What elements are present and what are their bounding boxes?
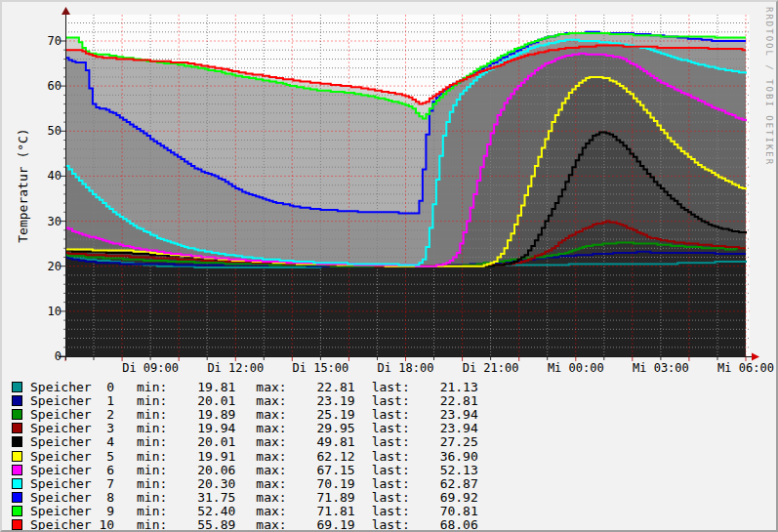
legend-min-value: 31.75 <box>167 490 235 505</box>
legend-series-name: Speicher 7 <box>30 476 116 491</box>
legend-last-value: 21.13 <box>410 380 478 394</box>
legend-max-label: max: <box>256 407 286 422</box>
legend-last-value: 23.94 <box>410 407 478 422</box>
x-tick-label: Mi 03:00 <box>633 361 689 375</box>
legend-last-label: last: <box>372 393 410 408</box>
legend-min-label: min: <box>137 380 167 394</box>
y-tick-label: 70 <box>48 34 61 48</box>
legend-swatch <box>12 423 22 433</box>
rrdtool-graph-window: Di 09:00Di 12:00Di 15:00Di 18:00Di 21:00… <box>0 0 778 532</box>
legend-min-label: min: <box>137 490 167 505</box>
x-tick-label: Di 21:00 <box>463 361 519 375</box>
legend-min-value: 20.06 <box>167 463 235 477</box>
x-tick-label: Di 15:00 <box>293 361 349 375</box>
legend-last-label: last: <box>372 476 410 491</box>
legend-min-label: min: <box>137 393 167 408</box>
x-tick-label: Di 12:00 <box>207 361 264 375</box>
legend-row: Speicher 0min:19.81max:22.81last:21.13 <box>12 380 478 393</box>
legend-swatch <box>12 395 22 406</box>
legend-row: Speicher 2min:19.89max:25.19last:23.94 <box>12 407 478 421</box>
legend-last-value: 27.25 <box>410 434 478 449</box>
legend-series-name: Speicher 6 <box>30 463 116 477</box>
legend-row: Speicher 9min:52.40max:71.81last:70.81 <box>12 505 478 518</box>
legend-swatch <box>12 478 22 489</box>
legend-swatch <box>12 382 22 392</box>
legend-last-label: last: <box>372 380 410 394</box>
legend-min-label: min: <box>137 421 167 435</box>
legend-max-value: 71.81 <box>287 504 355 518</box>
legend-series-name: Speicher 4 <box>30 434 116 449</box>
legend-last-value: 70.81 <box>410 504 478 518</box>
legend-last-value: 69.92 <box>410 490 478 505</box>
legend-min-label: min: <box>137 504 167 518</box>
legend-min-value: 19.89 <box>167 407 235 422</box>
legend-series-name: Speicher 8 <box>30 490 116 505</box>
x-tick-label: Mi 00:00 <box>548 361 604 375</box>
legend-max-label: max: <box>256 476 286 491</box>
legend-swatch <box>12 492 22 503</box>
legend-min-value: 52.40 <box>167 504 235 518</box>
y-tick-label: 20 <box>48 260 61 273</box>
legend-series-name: Speicher 2 <box>30 407 116 422</box>
legend-last-label: last: <box>372 421 410 435</box>
legend-swatch <box>12 451 22 462</box>
legend-series-name: Speicher 0 <box>30 380 116 394</box>
legend-max-value: 67.15 <box>287 463 355 477</box>
legend-last-value: 22.81 <box>410 393 478 408</box>
y-axis-title: Temperatur (°C) <box>16 128 30 242</box>
legend-min-label: min: <box>137 476 167 491</box>
legend-max-value: 22.81 <box>287 380 355 394</box>
legend-row: Speicher 8min:31.75max:71.89last:69.92 <box>12 491 478 505</box>
x-tick-label: Di 18:00 <box>378 361 434 375</box>
legend-max-value: 62.12 <box>287 449 355 464</box>
chart-legend: Speicher 0min:19.81max:22.81last:21.13Sp… <box>12 380 478 532</box>
legend-series-name: Speicher 9 <box>30 504 116 518</box>
legend-row: Speicher 7min:20.30max:70.19last:62.87 <box>12 476 478 490</box>
legend-last-label: last: <box>372 517 410 532</box>
legend-max-value: 69.19 <box>287 517 355 532</box>
legend-last-label: last: <box>372 490 410 505</box>
legend-last-label: last: <box>372 463 410 477</box>
legend-max-value: 71.89 <box>287 490 355 505</box>
legend-row: Speicher 5min:19.91max:62.12last:36.90 <box>12 449 478 463</box>
y-tick-label: 40 <box>48 169 61 183</box>
legend-row: Speicher 3min:19.94max:29.95last:23.94 <box>12 422 478 435</box>
legend-row: Speicher 1min:20.01max:23.19last:22.81 <box>12 393 478 407</box>
legend-max-value: 49.81 <box>287 434 355 449</box>
legend-max-label: max: <box>256 490 286 505</box>
legend-max-label: max: <box>256 421 286 435</box>
y-tick-label: 50 <box>48 124 61 138</box>
x-tick-label: Mi 06:00 <box>717 361 774 375</box>
legend-min-value: 55.89 <box>167 517 235 532</box>
legend-min-value: 19.91 <box>167 449 235 464</box>
legend-series-name: Speicher 1 <box>30 393 116 408</box>
legend-row: Speicher 10min:55.89max:69.19last:68.06 <box>12 518 478 532</box>
rrdtool-watermark: RRDTOOL / TOBI OETIKER <box>764 7 774 166</box>
legend-series-name: Speicher 5 <box>30 449 116 464</box>
legend-series-name: Speicher 10 <box>30 517 116 532</box>
x-axis-arrow <box>752 353 759 361</box>
legend-max-label: max: <box>256 434 286 449</box>
legend-swatch <box>12 409 22 420</box>
x-tick-label: Di 09:00 <box>122 361 179 375</box>
legend-max-label: max: <box>256 393 286 408</box>
legend-last-label: last: <box>372 407 410 422</box>
legend-min-label: min: <box>137 517 167 532</box>
legend-last-label: last: <box>372 434 410 449</box>
legend-min-value: 19.81 <box>167 380 235 394</box>
legend-max-value: 70.19 <box>287 476 355 491</box>
legend-last-value: 52.13 <box>410 463 478 477</box>
legend-max-value: 23.19 <box>287 393 355 408</box>
legend-min-value: 19.94 <box>167 421 235 435</box>
legend-last-label: last: <box>372 504 410 518</box>
legend-max-label: max: <box>256 449 286 464</box>
legend-last-value: 23.94 <box>410 421 478 435</box>
legend-min-label: min: <box>137 434 167 449</box>
legend-max-label: max: <box>256 504 286 518</box>
legend-max-value: 29.95 <box>287 421 355 435</box>
legend-swatch <box>12 465 22 475</box>
legend-min-label: min: <box>137 463 167 477</box>
legend-last-value: 36.90 <box>410 449 478 464</box>
legend-swatch <box>12 519 22 530</box>
legend-last-value: 62.87 <box>410 476 478 491</box>
